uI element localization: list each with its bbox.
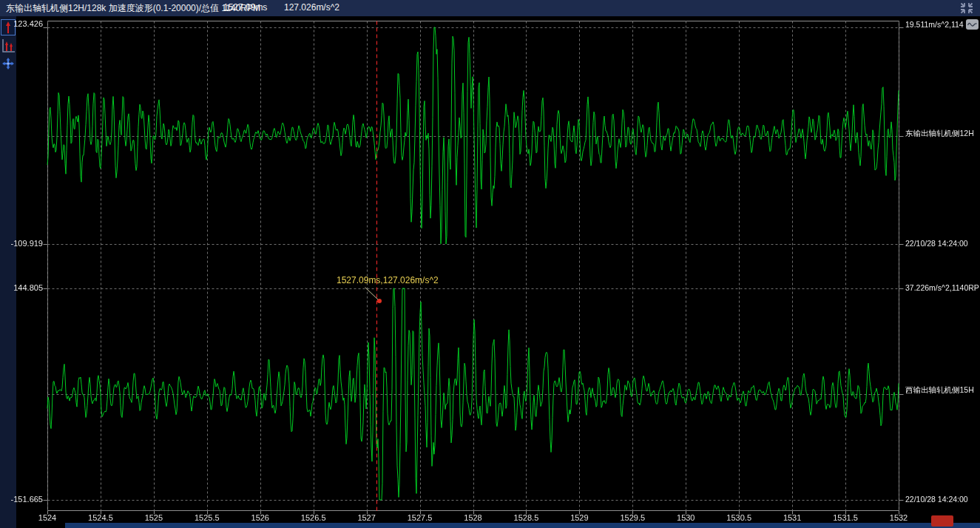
collapse-icon[interactable] [958,1,976,15]
channel-label-chart1: 东输出轴轧机侧12H [905,129,979,139]
x-tick-label: 1528.5 [514,513,539,522]
x-tick-label: 1532 [890,513,908,522]
cursor-annotation: 1527.09ms,127.026m/s^2 [337,275,439,285]
y-min-label-chart1: -109.919 [0,239,43,248]
x-tick-label: 1526.5 [301,513,326,522]
alert-indicator[interactable] [931,515,953,527]
y-max-label-chart2: 144.805 [0,283,43,292]
cursor-time-readout: 1527.09ms [223,2,267,13]
x-tick-label: 1526 [251,513,269,522]
title-bar: 东输出轴轧机侧12H/128k 加速度波形(0.1-20000)/总值 1140… [0,0,980,16]
tool-sidebar [0,16,16,528]
move-cross-icon [2,58,14,70]
x-tick-label: 1529.5 [620,513,645,522]
harmonic-cursor-icon [1,38,16,54]
x-tick-label: 1524 [38,513,56,522]
timestamp-label-chart2: 22/10/28 14:24:00 [905,495,979,504]
y-min-label-chart2: -151.665 [0,495,43,504]
bottom-edge-bar [65,523,980,528]
x-tick-label: 1530 [677,513,695,522]
x-tick-label: 1531 [783,513,801,522]
x-tick-label: 1525 [145,513,163,522]
cursor-value-readout: 127.026m/s^2 [284,2,339,13]
x-tick-label: 1527 [357,513,375,522]
peak-value-label-chart2: 37.226m/s^2,1140RP [905,283,979,292]
plot-area[interactable] [47,21,899,510]
page-title: 东输出轴轧机侧12H/128k 加速度波形(0.1-20000)/总值 1140… [6,2,260,15]
x-tick-label: 1530.5 [726,513,751,522]
x-tick-label: 1527.5 [408,513,433,522]
x-tick-label: 1525.5 [195,513,220,522]
x-tick-label: 1529 [570,513,588,522]
timestamp-label-chart1: 22/10/28 14:24:00 [905,239,979,248]
channel-label-chart2: 西输出轴轧机侧15H [905,385,979,396]
waveform-mini-icon[interactable] [966,19,979,30]
vibration-analyzer-window: 东输出轴轧机侧12H/128k 加速度波形(0.1-20000)/总值 1140… [0,0,980,528]
y-max-label-chart1: 123.426 [0,19,43,28]
pan-tool-button[interactable] [2,58,14,70]
x-tick-label: 1531.5 [833,513,858,522]
x-tick-label: 1528 [464,513,481,522]
harmonic-cursor-tool-button[interactable] [1,38,16,54]
x-tick-label: 1524.5 [88,513,113,522]
